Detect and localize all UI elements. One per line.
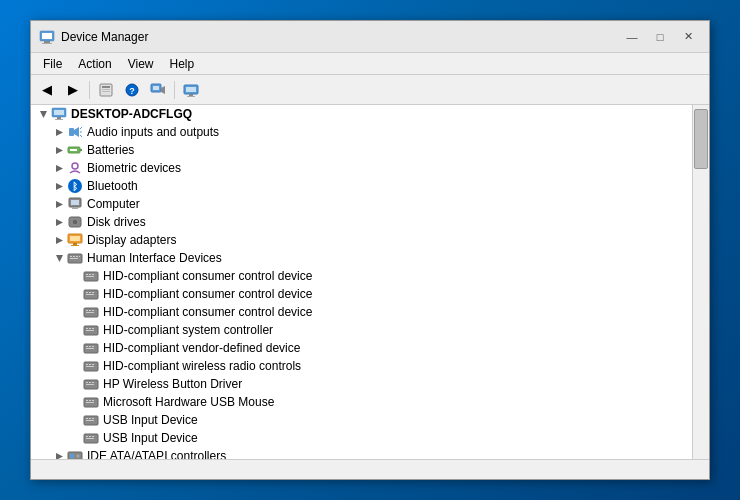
expand-icon-computer[interactable] bbox=[51, 196, 67, 212]
svg-rect-73 bbox=[86, 328, 88, 329]
expand-icon-display[interactable] bbox=[51, 232, 67, 248]
expand-icon-root[interactable] bbox=[35, 106, 51, 122]
svg-marker-50 bbox=[56, 255, 63, 262]
device-icon-audio bbox=[67, 124, 83, 140]
maximize-button[interactable]: □ bbox=[647, 26, 673, 48]
tree-node-hid2[interactable]: HID-compliant consumer control device bbox=[31, 285, 692, 303]
node-label-root: DESKTOP-ADCFLGQ bbox=[71, 107, 192, 121]
device-icon-disk bbox=[67, 214, 83, 230]
svg-rect-106 bbox=[86, 438, 94, 439]
svg-rect-6 bbox=[102, 89, 110, 90]
tree-node-hid9[interactable]: USB Input Device bbox=[31, 411, 692, 429]
tree-node-hid[interactable]: Human Interface Devices bbox=[31, 249, 692, 267]
expand-icon-hid1 bbox=[67, 268, 83, 284]
tree-node-hid6[interactable]: HID-compliant wireless radio controls bbox=[31, 357, 692, 375]
expand-icon-hid[interactable] bbox=[51, 250, 67, 266]
expand-icon-ide[interactable] bbox=[51, 448, 67, 459]
svg-rect-21 bbox=[55, 119, 63, 120]
tree-node-audio[interactable]: Audio inputs and outputs bbox=[31, 123, 692, 141]
svg-rect-96 bbox=[86, 402, 94, 403]
expand-icon-hid8 bbox=[67, 394, 83, 410]
expand-icon-audio[interactable] bbox=[51, 124, 67, 140]
svg-rect-7 bbox=[102, 91, 110, 92]
svg-rect-63 bbox=[86, 292, 88, 293]
svg-rect-81 bbox=[86, 348, 94, 349]
tree-node-hid7[interactable]: HP Wireless Button Driver bbox=[31, 375, 692, 393]
svg-rect-30 bbox=[80, 149, 82, 151]
app-icon bbox=[39, 29, 55, 45]
toolbar: ◀ ▶ ? bbox=[31, 75, 709, 105]
device-icon-root bbox=[51, 106, 67, 122]
help-button[interactable]: ? bbox=[120, 79, 144, 101]
network-button[interactable] bbox=[179, 79, 203, 101]
tree-node-root[interactable]: DESKTOP-ADCFLGQ bbox=[31, 105, 692, 123]
scrollbar-thumb[interactable] bbox=[694, 109, 708, 169]
svg-rect-79 bbox=[89, 346, 91, 347]
device-icon-hid10 bbox=[83, 430, 99, 446]
tree-node-disk[interactable]: Disk drives bbox=[31, 213, 692, 231]
toolbar-separator-2 bbox=[174, 81, 175, 99]
svg-rect-75 bbox=[92, 328, 94, 329]
node-label-hid1: HID-compliant consumer control device bbox=[103, 269, 312, 283]
tree-node-hid1[interactable]: HID-compliant consumer control device bbox=[31, 267, 692, 285]
svg-rect-66 bbox=[86, 294, 94, 295]
node-label-hid: Human Interface Devices bbox=[87, 251, 222, 265]
tree-node-computer[interactable]: Computer bbox=[31, 195, 692, 213]
tree-node-hid5[interactable]: HID-compliant vendor-defined device bbox=[31, 339, 692, 357]
status-bar bbox=[31, 459, 709, 479]
svg-line-27 bbox=[80, 135, 82, 137]
device-icon-hid6 bbox=[83, 358, 99, 374]
expand-icon-hid5 bbox=[67, 340, 83, 356]
svg-rect-88 bbox=[86, 382, 88, 383]
tree-node-ide[interactable]: IDE ATA/ATAPI controllers bbox=[31, 447, 692, 459]
menu-file[interactable]: File bbox=[35, 55, 70, 73]
menu-help[interactable]: Help bbox=[162, 55, 203, 73]
node-label-hid3: HID-compliant consumer control device bbox=[103, 305, 312, 319]
svg-rect-89 bbox=[89, 382, 91, 383]
tree-node-hid4[interactable]: HID-compliant system controller bbox=[31, 321, 692, 339]
svg-rect-53 bbox=[73, 256, 75, 257]
minimize-button[interactable]: — bbox=[619, 26, 645, 48]
tree-node-display[interactable]: Display adapters bbox=[31, 231, 692, 249]
svg-rect-98 bbox=[86, 418, 88, 419]
device-icon-hid3 bbox=[83, 304, 99, 320]
svg-rect-68 bbox=[86, 310, 88, 311]
close-button[interactable]: ✕ bbox=[675, 26, 701, 48]
expand-icon-hid9 bbox=[67, 412, 83, 428]
menu-action[interactable]: Action bbox=[70, 55, 119, 73]
expand-icon-biometric[interactable] bbox=[51, 160, 67, 176]
properties-button[interactable] bbox=[94, 79, 118, 101]
svg-marker-28 bbox=[56, 147, 63, 154]
menu-view[interactable]: View bbox=[120, 55, 162, 73]
node-label-audio: Audio inputs and outputs bbox=[87, 125, 219, 139]
svg-rect-76 bbox=[86, 330, 94, 331]
tree-node-hid10[interactable]: USB Input Device bbox=[31, 429, 692, 447]
node-label-hid5: HID-compliant vendor-defined device bbox=[103, 341, 300, 355]
expand-icon-bluetooth[interactable] bbox=[51, 178, 67, 194]
svg-marker-22 bbox=[56, 129, 63, 136]
node-label-biometric: Biometric devices bbox=[87, 161, 181, 175]
tree-node-biometric[interactable]: Biometric devices bbox=[31, 159, 692, 177]
expand-icon-disk[interactable] bbox=[51, 214, 67, 230]
device-icon-bluetooth: ᛒ bbox=[67, 178, 83, 194]
svg-rect-1 bbox=[42, 33, 52, 39]
tree-node-hid8[interactable]: Microsoft Hardware USB Mouse bbox=[31, 393, 692, 411]
forward-button[interactable]: ▶ bbox=[61, 79, 85, 101]
device-tree[interactable]: DESKTOP-ADCFLGQAudio inputs and outputsB… bbox=[31, 105, 693, 459]
tree-node-hid3[interactable]: HID-compliant consumer control device bbox=[31, 303, 692, 321]
svg-rect-80 bbox=[92, 346, 94, 347]
expand-icon-hid7 bbox=[67, 376, 83, 392]
svg-rect-19 bbox=[54, 110, 64, 115]
expand-icon-batteries[interactable] bbox=[51, 142, 67, 158]
tree-node-batteries[interactable]: Batteries bbox=[31, 141, 692, 159]
back-button[interactable]: ◀ bbox=[35, 79, 59, 101]
scrollbar[interactable] bbox=[693, 105, 709, 459]
svg-rect-15 bbox=[189, 94, 193, 96]
tree-node-bluetooth[interactable]: ᛒBluetooth bbox=[31, 177, 692, 195]
svg-rect-65 bbox=[92, 292, 94, 293]
svg-rect-83 bbox=[86, 364, 88, 365]
scan-button[interactable] bbox=[146, 79, 170, 101]
svg-rect-49 bbox=[71, 245, 79, 246]
svg-rect-40 bbox=[72, 207, 78, 209]
svg-rect-100 bbox=[92, 418, 94, 419]
